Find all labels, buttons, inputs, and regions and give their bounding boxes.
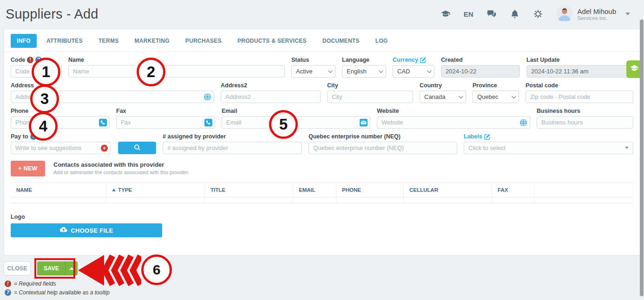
fax-input[interactable] bbox=[116, 116, 215, 129]
currency-select[interactable]: CAD bbox=[393, 65, 434, 78]
last-update-value: 2024-10-22 11:36 am bbox=[526, 65, 633, 78]
settings-gear-icon[interactable] bbox=[533, 9, 543, 19]
language-switcher[interactable]: EN bbox=[464, 10, 473, 18]
postal-code-input[interactable] bbox=[526, 91, 633, 103]
assigned-number-input[interactable] bbox=[163, 142, 302, 154]
contacts-section-title: Contacts associated with this provider bbox=[53, 161, 189, 168]
code-label: Code ! ? bbox=[11, 57, 62, 63]
tab-documents[interactable]: DOCUMENTS bbox=[316, 34, 366, 48]
legend-required-text: = Required fields bbox=[14, 280, 56, 287]
labels-label: Labels bbox=[464, 133, 633, 140]
column-header-title[interactable]: TITLE bbox=[205, 183, 293, 197]
phone-icon bbox=[204, 118, 212, 126]
tab-log[interactable]: LOG bbox=[369, 34, 394, 48]
country-label: Country bbox=[420, 82, 466, 89]
phone-icon bbox=[99, 118, 107, 126]
website-label: Website bbox=[377, 108, 530, 114]
phone-input[interactable] bbox=[11, 116, 110, 129]
save-split-button[interactable]: SAVE bbox=[37, 261, 78, 275]
pay-to-input[interactable] bbox=[11, 142, 111, 154]
address-input[interactable] bbox=[11, 91, 214, 103]
status-field: Status Active bbox=[291, 57, 335, 78]
save-button[interactable]: SAVE bbox=[38, 262, 65, 275]
address2-field: Address2 bbox=[221, 82, 321, 103]
created-value: 2024-10-22 bbox=[441, 65, 520, 78]
globe-icon bbox=[519, 118, 527, 126]
notifications-bell-icon[interactable] bbox=[510, 9, 520, 19]
code-input[interactable] bbox=[11, 65, 62, 78]
edit-icon[interactable] bbox=[420, 57, 427, 63]
fax-label: Fax bbox=[116, 108, 215, 114]
phone-field: Phone bbox=[11, 108, 110, 129]
select-chevron-icon bbox=[427, 68, 432, 73]
edit-icon[interactable] bbox=[484, 133, 491, 140]
contacts-table-header: NAME TYPE TITLE EMAIL PHONE CELLULAR FAX bbox=[11, 183, 633, 197]
academy-graduation-cap-icon[interactable] bbox=[440, 9, 451, 19]
tab-terms[interactable]: TERMS bbox=[92, 34, 125, 48]
select-chevron-icon bbox=[512, 94, 516, 98]
choose-file-button[interactable]: CHOOSE FILE bbox=[11, 223, 162, 237]
business-hours-field: Business hours bbox=[537, 108, 633, 129]
status-label: Status bbox=[291, 57, 335, 63]
user-menu[interactable]: Adel Mihoub Services inc. bbox=[556, 6, 630, 22]
user-menu-caret-icon[interactable] bbox=[625, 13, 630, 15]
tab-info[interactable]: INFO bbox=[11, 34, 37, 48]
tab-bar: INFO ATTRIBUTES TERMS MARKETING PURCHASE… bbox=[4, 29, 640, 52]
column-header-cellular[interactable]: CELLULAR bbox=[404, 183, 492, 197]
language-label: Language bbox=[342, 57, 386, 63]
page-title: Suppliers - Add bbox=[6, 7, 99, 22]
help-icon: ? bbox=[5, 289, 11, 296]
caret-up-icon bbox=[69, 267, 74, 270]
address2-input[interactable] bbox=[221, 91, 321, 103]
vertical-scrollbar[interactable] bbox=[640, 20, 644, 296]
pay-to-label: Pay to ? bbox=[11, 133, 156, 140]
name-field: Name bbox=[68, 57, 285, 78]
required-icon: ! bbox=[27, 57, 33, 63]
business-hours-input[interactable] bbox=[537, 116, 633, 129]
website-field: Website bbox=[377, 108, 530, 129]
contacts-section-subtitle: Add or administer the contacts associate… bbox=[53, 170, 189, 175]
column-header-fax[interactable]: FAX bbox=[492, 183, 535, 197]
labels-link[interactable]: Labels bbox=[464, 133, 482, 140]
neq-input[interactable] bbox=[309, 142, 457, 154]
assigned-number-label: # assigned by provider bbox=[163, 133, 302, 140]
column-header-name[interactable]: NAME bbox=[11, 183, 106, 197]
neq-label: Quebec enterprise number (NEQ) bbox=[309, 133, 457, 140]
currency-link[interactable]: Currency bbox=[393, 57, 418, 63]
assigned-number-field: # assigned by provider bbox=[163, 133, 302, 154]
column-header-actions bbox=[535, 183, 633, 197]
search-icon bbox=[134, 144, 141, 152]
save-options-caret[interactable] bbox=[65, 262, 77, 275]
name-input[interactable] bbox=[68, 65, 285, 78]
new-contact-button[interactable]: + NEW bbox=[11, 161, 45, 176]
help-icon[interactable]: ? bbox=[35, 57, 42, 63]
tab-products-services[interactable]: PRODUCTS & SERVICES bbox=[231, 34, 313, 48]
select-chevron-icon bbox=[328, 68, 333, 73]
country-select[interactable]: Canada bbox=[420, 91, 466, 103]
column-header-type[interactable]: TYPE bbox=[106, 183, 205, 197]
close-button[interactable]: CLOSE bbox=[4, 261, 31, 275]
select-chevron-icon bbox=[459, 94, 463, 98]
search-button[interactable] bbox=[118, 142, 156, 154]
pay-to-field: Pay to ? + bbox=[11, 133, 156, 154]
email-input[interactable] bbox=[222, 116, 370, 129]
envelope-icon bbox=[360, 118, 368, 126]
column-header-phone[interactable]: PHONE bbox=[336, 183, 404, 197]
tab-marketing[interactable]: MARKETING bbox=[128, 34, 175, 48]
chat-messages-icon[interactable] bbox=[486, 9, 497, 19]
labels-field: Labels Click to select bbox=[464, 133, 633, 154]
add-plus-icon[interactable]: + bbox=[101, 144, 108, 151]
column-header-email[interactable]: EMAIL bbox=[293, 183, 336, 197]
labels-multiselect[interactable]: Click to select bbox=[464, 142, 633, 154]
created-field: Created 2024-10-22 bbox=[441, 57, 520, 78]
website-input[interactable] bbox=[377, 116, 530, 129]
status-select[interactable]: Active bbox=[291, 65, 335, 78]
city-input[interactable] bbox=[327, 91, 413, 103]
province-select[interactable]: Quebec bbox=[473, 91, 519, 103]
help-icon[interactable]: ? bbox=[30, 133, 37, 140]
action-bar: CLOSE SAVE bbox=[4, 261, 78, 275]
fax-field: Fax bbox=[116, 108, 215, 129]
tab-attributes[interactable]: ATTRIBUTES bbox=[40, 34, 89, 48]
tab-purchases[interactable]: PURCHASES bbox=[179, 34, 228, 48]
language-select[interactable]: English bbox=[342, 65, 386, 78]
